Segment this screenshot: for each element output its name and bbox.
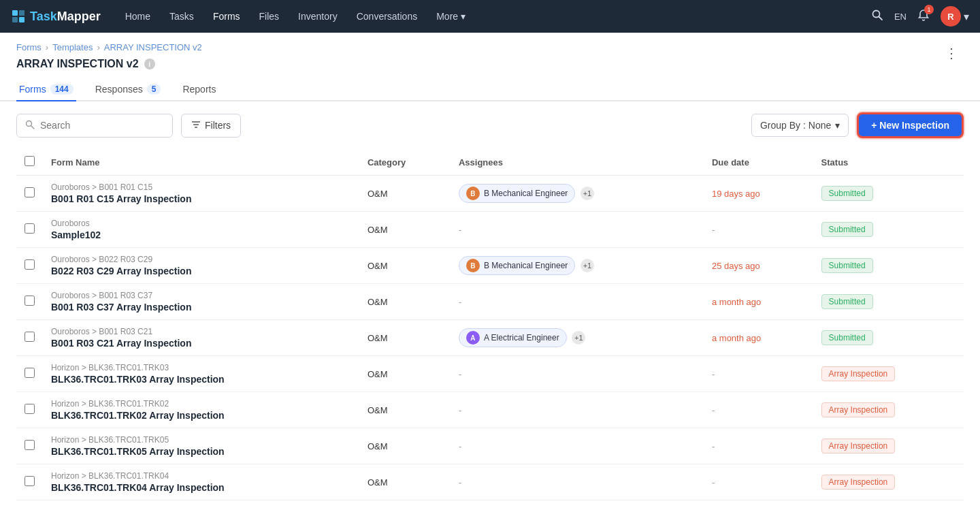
form-name-main[interactable]: B022 R03 C29 Array Inspection: [51, 266, 351, 276]
nav-tasks[interactable]: Tasks: [161, 7, 202, 26]
form-category: O&M: [359, 464, 451, 500]
assignee-badge: B B Mechanical Engineer: [459, 256, 575, 275]
select-all-header: [16, 149, 43, 176]
form-name-parent: Ouroboros > B022 R03 C29: [51, 255, 351, 264]
search-input[interactable]: [40, 120, 164, 131]
form-name-parent: Horizon > BLK36.TRC01.TRK05: [51, 435, 351, 445]
form-status: Submitted: [813, 320, 964, 356]
table-row: Ouroboros > B001 R03 C37 B001 R03 C37 Ar…: [16, 284, 964, 320]
breadcrumb: Forms › Templates › ARRAY INSPECTION v2: [16, 42, 202, 55]
form-status: Submitted: [813, 176, 964, 212]
notification-bell[interactable]: 1: [917, 9, 930, 24]
tab-reports[interactable]: Reports: [180, 78, 218, 101]
form-name-parent: Ouroboros > B001 R03 C21: [51, 327, 351, 336]
form-assignees: B B Mechanical Engineer +1: [451, 248, 704, 284]
table-row: Ouroboros > B022 R03 C29 B022 R03 C29 Ar…: [16, 248, 964, 284]
form-status: Array Inspection: [813, 428, 964, 464]
breadcrumb-templates[interactable]: Templates: [52, 42, 93, 52]
tab-responses[interactable]: Responses 5: [93, 78, 164, 101]
form-assignees: -: [451, 212, 704, 248]
main-content: Forms › Templates › ARRAY INSPECTION v2 …: [0, 33, 980, 510]
form-status: Array Inspection: [813, 464, 964, 500]
nav-links: Home Tasks Forms Files Inventory Convers…: [117, 7, 474, 26]
language-selector[interactable]: EN: [894, 12, 906, 22]
tab-forms-count: 144: [50, 84, 74, 95]
toolbar: Filters Group By : None ▾ + New Inspecti…: [0, 101, 980, 149]
form-assignees: -: [451, 356, 704, 392]
status-badge: Submitted: [821, 258, 873, 273]
nav-files[interactable]: Files: [251, 7, 288, 26]
nav-inventory[interactable]: Inventory: [290, 7, 346, 26]
tab-forms[interactable]: Forms 144: [16, 78, 76, 101]
table-row: Horizon > BLK36.TRC01.TRK04 BLK36.TRC01.…: [16, 464, 964, 500]
user-avatar[interactable]: R: [941, 6, 961, 27]
brand-name: TaskMapper: [30, 10, 101, 24]
status-badge: Submitted: [821, 222, 873, 237]
filter-button[interactable]: Filters: [181, 114, 241, 138]
search-box[interactable]: [16, 114, 173, 138]
nav-more[interactable]: More ▾: [428, 7, 474, 26]
col-assignees: Assignees: [451, 149, 704, 176]
row-checkbox[interactable]: [24, 476, 35, 486]
nav-forms[interactable]: Forms: [205, 7, 248, 26]
col-form-name: Form Name: [43, 149, 359, 176]
col-status: Status: [813, 149, 964, 176]
form-category: O&M: [359, 284, 451, 320]
form-name-main[interactable]: Sample102: [51, 229, 351, 240]
col-category: Category: [359, 149, 451, 176]
svg-rect-3: [19, 17, 24, 22]
filter-icon: [191, 120, 201, 131]
row-checkbox[interactable]: [24, 440, 35, 450]
breadcrumb-forms[interactable]: Forms: [16, 42, 42, 52]
table-row: Ouroboros > B001 R03 C21 B001 R03 C21 Ar…: [16, 320, 964, 356]
form-category: O&M: [359, 212, 451, 248]
groupby-select[interactable]: Group By : None ▾: [751, 114, 849, 137]
new-inspection-button[interactable]: + New Inspection: [857, 112, 964, 138]
row-checkbox[interactable]: [24, 368, 35, 378]
form-assignees: -: [451, 392, 704, 428]
form-name-main[interactable]: BLK36.TRC01.TRK03 Array Inspection: [51, 374, 351, 385]
search-icon[interactable]: [871, 9, 883, 24]
form-category: O&M: [359, 248, 451, 284]
select-all-checkbox[interactable]: [24, 156, 35, 166]
form-status: Submitted: [813, 284, 964, 320]
svg-line-5: [879, 17, 882, 20]
nav-home[interactable]: Home: [117, 7, 159, 26]
form-name-main[interactable]: BLK36.TRC01.TRK04 Array Inspection: [51, 482, 351, 493]
form-assignees: -: [451, 464, 704, 500]
form-name-main[interactable]: BLK36.TRC01.TRK05 Array Inspection: [51, 446, 351, 457]
row-checkbox[interactable]: [24, 187, 35, 197]
form-name-parent: Horizon > BLK36.TRC01.TRK03: [51, 363, 351, 372]
form-assignees: A A Electrical Engineer +1: [451, 320, 704, 356]
brand-logo[interactable]: TaskMapper: [11, 9, 101, 24]
assignee-badge: B B Mechanical Engineer: [459, 184, 575, 203]
row-checkbox[interactable]: [24, 296, 35, 306]
form-name-parent: Horizon > BLK36.TRC01.TRK04: [51, 471, 351, 481]
table-area: Form Name Category Assignees Due date St…: [0, 149, 980, 500]
row-checkbox[interactable]: [24, 332, 35, 342]
form-status: Submitted: [813, 248, 964, 284]
form-due-date: -: [704, 392, 813, 428]
more-options-button[interactable]: ⋮: [939, 42, 964, 64]
form-due-date: a month ago: [704, 320, 813, 356]
row-checkbox[interactable]: [24, 223, 35, 234]
form-assignees: -: [451, 428, 704, 464]
form-name-main[interactable]: B001 R01 C15 Array Inspection: [51, 193, 351, 204]
row-checkbox[interactable]: [24, 259, 35, 270]
svg-line-7: [31, 126, 34, 129]
form-due-date: 25 days ago: [704, 248, 813, 284]
extra-assignees: +1: [581, 187, 594, 200]
row-checkbox[interactable]: [24, 404, 35, 414]
info-icon[interactable]: i: [144, 59, 155, 69]
page-title: ARRAY INSPECTION v2: [16, 58, 139, 70]
form-category: O&M: [359, 392, 451, 428]
navbar: TaskMapper Home Tasks Forms Files Invent…: [0, 0, 980, 33]
form-name-main[interactable]: B001 R03 C21 Array Inspection: [51, 338, 351, 349]
table-row: Ouroboros > B001 R01 C15 B001 R01 C15 Ar…: [16, 176, 964, 212]
forms-table: Form Name Category Assignees Due date St…: [16, 149, 964, 500]
form-name-main[interactable]: B001 R03 C37 Array Inspection: [51, 302, 351, 313]
form-assignees: B B Mechanical Engineer +1: [451, 176, 704, 212]
form-name-main[interactable]: BLK36.TRC01.TRK02 Array Inspection: [51, 410, 351, 421]
nav-conversations[interactable]: Conversations: [348, 7, 426, 26]
user-menu-chevron[interactable]: ▾: [964, 10, 969, 23]
